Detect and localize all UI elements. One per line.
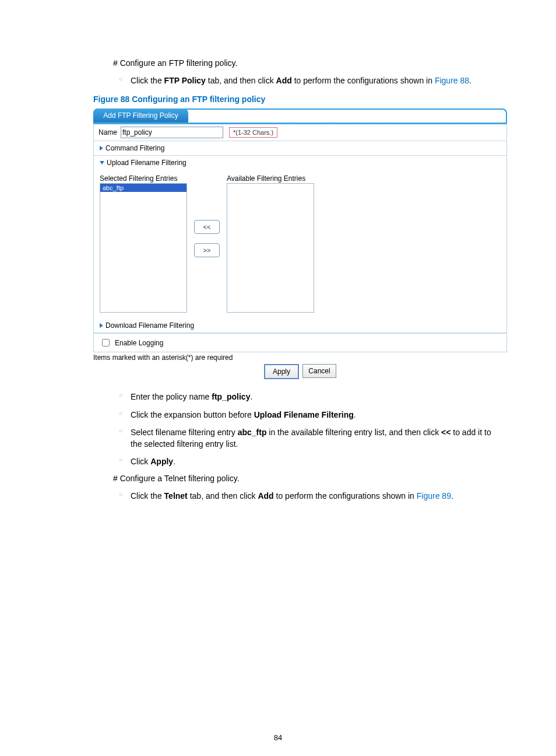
list-item[interactable]: abc_ftp xyxy=(100,184,186,192)
available-entries-list[interactable] xyxy=(227,183,314,313)
name-row: Name *(1-32 Chars.) xyxy=(94,124,506,141)
text: . xyxy=(173,457,175,466)
text: Click xyxy=(131,457,150,466)
apply-button[interactable]: Apply xyxy=(264,364,299,379)
text: to perform the configurations shown in xyxy=(292,76,435,85)
tab-add-ftp-policy[interactable]: Add FTP Filtering Policy xyxy=(93,108,188,123)
upload-filtering-label: Upload Filename Filtering xyxy=(107,159,186,167)
text: to perform the configurations shown in xyxy=(274,491,417,501)
enable-logging-checkbox[interactable] xyxy=(102,339,110,346)
name-input[interactable] xyxy=(121,127,223,138)
text: Click the xyxy=(131,491,164,501)
name-label: Name xyxy=(98,128,117,136)
upload-body: Selected Filtering Entries abc_ftp << >>… xyxy=(94,170,506,318)
text: in the available filtering entry list, a… xyxy=(266,428,441,437)
move-right-button[interactable]: >> xyxy=(194,243,220,257)
name-hint: *(1-32 Chars.) xyxy=(229,127,277,138)
ftp-policy-tab-name: FTP Policy xyxy=(164,76,206,85)
step-enter-name: Enter the policy name ftp_policy. xyxy=(119,391,505,402)
figure-88-image: Add FTP Filtering Policy Name *(1-32 Cha… xyxy=(93,108,507,352)
step-click-ftp: Click the FTP Policy tab, and then click… xyxy=(119,75,505,86)
tab-bar: Add FTP Filtering Policy xyxy=(93,108,507,123)
command-filtering-header[interactable]: Command Filtering xyxy=(94,141,506,156)
add-label: Add xyxy=(258,491,273,501)
figure-89-xref[interactable]: Figure 89 xyxy=(417,491,451,501)
selected-entries-label: Selected Filtering Entries xyxy=(100,174,187,183)
text: . xyxy=(250,392,252,401)
enable-logging-label: Enable Logging xyxy=(115,339,163,347)
download-filtering-label: Download Filename Filtering xyxy=(105,321,194,330)
selected-entries-list[interactable]: abc_ftp xyxy=(100,183,187,313)
text: Enter the policy name xyxy=(131,392,212,401)
move-left-symbol: << xyxy=(441,428,451,437)
available-entries-label: Available Filtering Entries xyxy=(227,174,314,183)
command-filtering-label: Command Filtering xyxy=(105,144,164,152)
text: Click the xyxy=(131,76,164,85)
enable-logging-row: Enable Logging xyxy=(94,333,506,352)
step-click-telnet: Click the Telnet tab, and then click Add… xyxy=(119,490,505,502)
expand-icon xyxy=(100,146,103,150)
text: . xyxy=(354,410,356,419)
expand-icon xyxy=(100,323,103,328)
text: . xyxy=(451,491,453,501)
step-configure-telnet: # Configure a Telnet filtering policy. xyxy=(113,474,505,483)
step-expand-upload: Click the expansion button before Upload… xyxy=(119,409,505,421)
download-filtering-header[interactable]: Download Filename Filtering xyxy=(94,318,506,333)
step-click-apply: Click Apply. xyxy=(119,456,505,467)
collapse-icon xyxy=(100,161,104,164)
button-row: Apply Cancel xyxy=(93,364,507,379)
figure-88-caption: Figure 88 Configuring an FTP filtering p… xyxy=(93,94,528,104)
figure-88-xref[interactable]: Figure 88 xyxy=(435,76,469,85)
text: . xyxy=(469,76,471,85)
text: Click the expansion button before xyxy=(131,410,254,419)
text: tab, and then click xyxy=(188,491,258,501)
policy-name-value: ftp_policy xyxy=(212,392,250,401)
page-number: 84 xyxy=(0,733,556,742)
telnet-tab-name: Telnet xyxy=(164,491,188,501)
move-left-button[interactable]: << xyxy=(194,220,220,234)
upload-filtering-header[interactable]: Upload Filename Filtering xyxy=(94,156,506,170)
required-note: Items marked with an asterisk(*) are req… xyxy=(93,352,507,362)
step-select-entry: Select filename filtering entry abc_ftp … xyxy=(119,426,505,450)
apply-label: Apply xyxy=(150,457,173,466)
step-configure-ftp: # Configure an FTP filtering policy. xyxy=(113,58,505,68)
cancel-button[interactable]: Cancel xyxy=(302,364,336,378)
add-label: Add xyxy=(276,76,292,85)
entry-name: abc_ftp xyxy=(238,428,267,437)
text: tab, and then click xyxy=(206,76,276,85)
upload-filename-filtering-label: Upload Filename Filtering xyxy=(254,410,354,419)
text: Select filename filtering entry xyxy=(131,428,238,437)
